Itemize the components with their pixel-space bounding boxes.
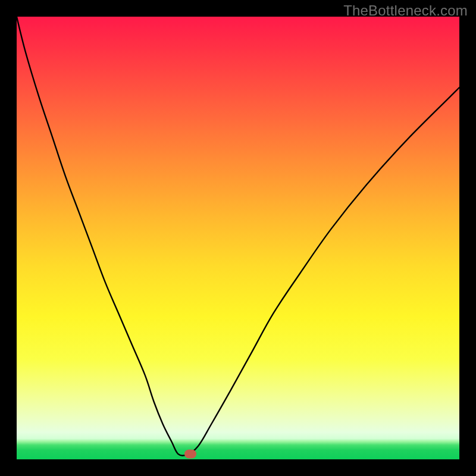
plot-area — [17, 17, 459, 459]
bottleneck-curve — [17, 17, 459, 459]
bottleneck-marker — [184, 450, 196, 459]
outer-frame: TheBottleneck.com — [0, 0, 476, 476]
